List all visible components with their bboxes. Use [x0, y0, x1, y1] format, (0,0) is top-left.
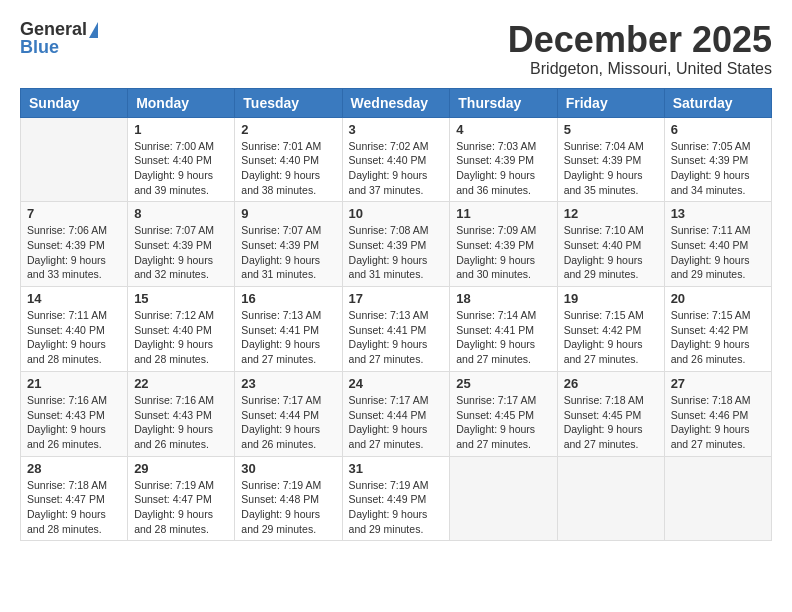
day-info: Sunrise: 7:18 AMSunset: 4:46 PMDaylight:… [671, 393, 765, 452]
day-number: 28 [27, 461, 121, 476]
day-number: 16 [241, 291, 335, 306]
calendar-cell: 12Sunrise: 7:10 AMSunset: 4:40 PMDayligh… [557, 202, 664, 287]
day-info: Sunrise: 7:09 AMSunset: 4:39 PMDaylight:… [456, 223, 550, 282]
day-number: 30 [241, 461, 335, 476]
day-info: Sunrise: 7:06 AMSunset: 4:39 PMDaylight:… [27, 223, 121, 282]
day-number: 10 [349, 206, 444, 221]
weekday-header-friday: Friday [557, 88, 664, 117]
day-info: Sunrise: 7:08 AMSunset: 4:39 PMDaylight:… [349, 223, 444, 282]
day-number: 14 [27, 291, 121, 306]
calendar-cell: 26Sunrise: 7:18 AMSunset: 4:45 PMDayligh… [557, 371, 664, 456]
calendar-cell: 16Sunrise: 7:13 AMSunset: 4:41 PMDayligh… [235, 287, 342, 372]
calendar-cell: 4Sunrise: 7:03 AMSunset: 4:39 PMDaylight… [450, 117, 557, 202]
calendar-cell: 11Sunrise: 7:09 AMSunset: 4:39 PMDayligh… [450, 202, 557, 287]
day-info: Sunrise: 7:18 AMSunset: 4:47 PMDaylight:… [27, 478, 121, 537]
weekday-header-saturday: Saturday [664, 88, 771, 117]
day-info: Sunrise: 7:15 AMSunset: 4:42 PMDaylight:… [671, 308, 765, 367]
day-info: Sunrise: 7:14 AMSunset: 4:41 PMDaylight:… [456, 308, 550, 367]
calendar-cell: 24Sunrise: 7:17 AMSunset: 4:44 PMDayligh… [342, 371, 450, 456]
header: General Blue December 2025 Bridgeton, Mi… [20, 20, 772, 78]
day-info: Sunrise: 7:10 AMSunset: 4:40 PMDaylight:… [564, 223, 658, 282]
day-number: 22 [134, 376, 228, 391]
day-number: 6 [671, 122, 765, 137]
day-info: Sunrise: 7:02 AMSunset: 4:40 PMDaylight:… [349, 139, 444, 198]
day-number: 26 [564, 376, 658, 391]
day-number: 4 [456, 122, 550, 137]
weekday-header-wednesday: Wednesday [342, 88, 450, 117]
calendar-cell [450, 456, 557, 541]
calendar-cell: 6Sunrise: 7:05 AMSunset: 4:39 PMDaylight… [664, 117, 771, 202]
day-info: Sunrise: 7:17 AMSunset: 4:44 PMDaylight:… [241, 393, 335, 452]
day-info: Sunrise: 7:16 AMSunset: 4:43 PMDaylight:… [27, 393, 121, 452]
calendar-cell: 22Sunrise: 7:16 AMSunset: 4:43 PMDayligh… [128, 371, 235, 456]
calendar-cell: 7Sunrise: 7:06 AMSunset: 4:39 PMDaylight… [21, 202, 128, 287]
calendar-cell: 15Sunrise: 7:12 AMSunset: 4:40 PMDayligh… [128, 287, 235, 372]
calendar-cell: 30Sunrise: 7:19 AMSunset: 4:48 PMDayligh… [235, 456, 342, 541]
day-number: 12 [564, 206, 658, 221]
calendar-cell: 27Sunrise: 7:18 AMSunset: 4:46 PMDayligh… [664, 371, 771, 456]
day-info: Sunrise: 7:17 AMSunset: 4:44 PMDaylight:… [349, 393, 444, 452]
calendar-cell: 5Sunrise: 7:04 AMSunset: 4:39 PMDaylight… [557, 117, 664, 202]
calendar-cell: 25Sunrise: 7:17 AMSunset: 4:45 PMDayligh… [450, 371, 557, 456]
calendar-cell: 10Sunrise: 7:08 AMSunset: 4:39 PMDayligh… [342, 202, 450, 287]
day-info: Sunrise: 7:15 AMSunset: 4:42 PMDaylight:… [564, 308, 658, 367]
day-info: Sunrise: 7:05 AMSunset: 4:39 PMDaylight:… [671, 139, 765, 198]
day-number: 13 [671, 206, 765, 221]
day-info: Sunrise: 7:07 AMSunset: 4:39 PMDaylight:… [134, 223, 228, 282]
day-number: 31 [349, 461, 444, 476]
logo-blue: Blue [20, 38, 98, 56]
calendar-cell: 2Sunrise: 7:01 AMSunset: 4:40 PMDaylight… [235, 117, 342, 202]
day-number: 19 [564, 291, 658, 306]
calendar-cell [664, 456, 771, 541]
day-info: Sunrise: 7:13 AMSunset: 4:41 PMDaylight:… [349, 308, 444, 367]
calendar-cell [21, 117, 128, 202]
day-number: 23 [241, 376, 335, 391]
day-info: Sunrise: 7:13 AMSunset: 4:41 PMDaylight:… [241, 308, 335, 367]
weekday-header-monday: Monday [128, 88, 235, 117]
logo-general: General [20, 20, 98, 38]
weekday-header-row: SundayMondayTuesdayWednesdayThursdayFrid… [21, 88, 772, 117]
calendar-cell: 21Sunrise: 7:16 AMSunset: 4:43 PMDayligh… [21, 371, 128, 456]
calendar-cell: 20Sunrise: 7:15 AMSunset: 4:42 PMDayligh… [664, 287, 771, 372]
calendar-cell: 23Sunrise: 7:17 AMSunset: 4:44 PMDayligh… [235, 371, 342, 456]
location-title: Bridgeton, Missouri, United States [508, 60, 772, 78]
day-number: 8 [134, 206, 228, 221]
day-number: 11 [456, 206, 550, 221]
calendar-cell: 3Sunrise: 7:02 AMSunset: 4:40 PMDaylight… [342, 117, 450, 202]
day-info: Sunrise: 7:16 AMSunset: 4:43 PMDaylight:… [134, 393, 228, 452]
day-info: Sunrise: 7:12 AMSunset: 4:40 PMDaylight:… [134, 308, 228, 367]
day-info: Sunrise: 7:11 AMSunset: 4:40 PMDaylight:… [27, 308, 121, 367]
calendar-cell: 28Sunrise: 7:18 AMSunset: 4:47 PMDayligh… [21, 456, 128, 541]
day-info: Sunrise: 7:19 AMSunset: 4:48 PMDaylight:… [241, 478, 335, 537]
day-number: 7 [27, 206, 121, 221]
day-number: 1 [134, 122, 228, 137]
calendar-cell: 14Sunrise: 7:11 AMSunset: 4:40 PMDayligh… [21, 287, 128, 372]
calendar-cell: 19Sunrise: 7:15 AMSunset: 4:42 PMDayligh… [557, 287, 664, 372]
calendar-cell: 29Sunrise: 7:19 AMSunset: 4:47 PMDayligh… [128, 456, 235, 541]
day-info: Sunrise: 7:03 AMSunset: 4:39 PMDaylight:… [456, 139, 550, 198]
calendar-cell: 17Sunrise: 7:13 AMSunset: 4:41 PMDayligh… [342, 287, 450, 372]
day-number: 27 [671, 376, 765, 391]
day-number: 3 [349, 122, 444, 137]
day-number: 25 [456, 376, 550, 391]
day-number: 29 [134, 461, 228, 476]
day-info: Sunrise: 7:19 AMSunset: 4:49 PMDaylight:… [349, 478, 444, 537]
day-info: Sunrise: 7:01 AMSunset: 4:40 PMDaylight:… [241, 139, 335, 198]
logo: General Blue [20, 20, 98, 56]
day-number: 18 [456, 291, 550, 306]
day-number: 20 [671, 291, 765, 306]
calendar-cell: 9Sunrise: 7:07 AMSunset: 4:39 PMDaylight… [235, 202, 342, 287]
day-number: 5 [564, 122, 658, 137]
day-number: 24 [349, 376, 444, 391]
day-number: 9 [241, 206, 335, 221]
calendar-cell: 8Sunrise: 7:07 AMSunset: 4:39 PMDaylight… [128, 202, 235, 287]
title-area: December 2025 Bridgeton, Missouri, Unite… [508, 20, 772, 78]
weekday-header-sunday: Sunday [21, 88, 128, 117]
day-info: Sunrise: 7:11 AMSunset: 4:40 PMDaylight:… [671, 223, 765, 282]
calendar-cell: 1Sunrise: 7:00 AMSunset: 4:40 PMDaylight… [128, 117, 235, 202]
weekday-header-thursday: Thursday [450, 88, 557, 117]
month-title: December 2025 [508, 20, 772, 60]
day-number: 21 [27, 376, 121, 391]
day-number: 2 [241, 122, 335, 137]
calendar-cell [557, 456, 664, 541]
